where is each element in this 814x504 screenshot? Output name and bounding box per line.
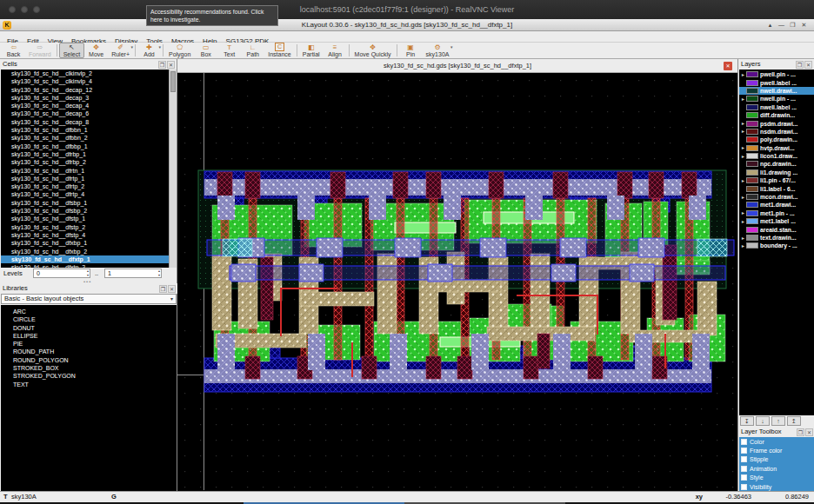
layer-row[interactable]: ▸nsdm.drawi... (739, 128, 814, 136)
layout-shape-mar[interactable] (362, 356, 377, 379)
layout-shape-rline[interactable] (597, 295, 598, 335)
expand-arrow-icon[interactable]: ▸ (740, 145, 746, 150)
toolbar-button-polygon[interactable]: ⬠Polygon (165, 43, 194, 58)
cells-close-icon[interactable]: ✕ (167, 61, 175, 69)
toolbox-float-icon[interactable]: ❐ (797, 428, 804, 436)
toolbar-button-box[interactable]: ▭Box (194, 43, 217, 58)
layout-shape-mar[interactable] (553, 172, 568, 198)
layout-shape-wpad[interactable] (638, 238, 664, 257)
checkbox[interactable] (741, 456, 747, 462)
dropdown-arrow-icon[interactable]: ▾ (450, 44, 453, 50)
layout-shape-mar[interactable] (617, 172, 632, 198)
layout-shape-mar[interactable] (588, 356, 603, 379)
dropdown-arrow-icon[interactable]: ▾ (130, 44, 133, 50)
layout-shape-mar[interactable] (457, 356, 472, 379)
layer-row[interactable]: ▸licon1.draw... (739, 152, 814, 160)
layout-shape-mar[interactable] (245, 356, 260, 379)
layer-row[interactable]: nwell.drawi... (739, 87, 814, 95)
cell-item[interactable]: sky130_fd_sc_hd__dfrbp_2 (1, 158, 169, 166)
layer-row[interactable]: ▸pwell.pin - ... (739, 70, 814, 78)
layout-shape-mar[interactable] (682, 172, 697, 198)
layout-shape-wpad[interactable] (231, 264, 256, 282)
toolbar-button-instance[interactable]: CInstance (264, 43, 294, 58)
cell-item[interactable]: sky130_fd_sc_hd__decap_12 (1, 86, 169, 94)
layer-swatch[interactable] (746, 129, 758, 135)
cell-item[interactable]: sky130_fd_sc_hd__dfbbn_1 (1, 126, 169, 134)
library-item[interactable]: PIE (1, 340, 177, 348)
restore-icon[interactable]: ❐ (787, 19, 798, 31)
levels-to-spinbox[interactable]: 1 ▴▾ (104, 269, 162, 278)
cell-item[interactable]: sky130_fd_sc_hd__dfrtp_1 (1, 175, 169, 182)
layout-shape-mar[interactable] (393, 172, 408, 198)
layer-swatch[interactable] (746, 227, 758, 233)
layer-row[interactable]: nwell.label ... (739, 103, 814, 111)
library-item[interactable]: TEXT (1, 381, 177, 388)
expand-arrow-icon[interactable]: ▸ (740, 219, 746, 224)
ascend-first-icon[interactable]: ↥ (787, 416, 801, 426)
layer-swatch[interactable] (746, 169, 758, 176)
layout-shape-wpad[interactable] (560, 238, 586, 257)
layer-row[interactable]: diff.drawin... (739, 111, 814, 119)
layout-shape-lav[interactable] (553, 334, 570, 370)
layer-swatch[interactable] (746, 153, 758, 159)
toolbar-button-ruler-[interactable]: ✐Ruler+▾ (108, 43, 133, 58)
cell-item[interactable]: sky130_fd_sc_hd__dfrtn_1 (1, 167, 169, 175)
checkbox[interactable] (741, 439, 747, 445)
toolbox-row-style[interactable]: Style (739, 474, 814, 482)
layout-shape-lav[interactable] (297, 196, 315, 220)
expand-arrow-icon[interactable]: ▸ (740, 72, 746, 77)
toolbar-button-partial[interactable]: ◧Partial (299, 43, 324, 58)
layer-swatch[interactable] (746, 161, 758, 167)
layer-row[interactable]: ▸psdm.drawi... (739, 119, 814, 127)
layout-shape-lav[interactable] (369, 196, 386, 220)
layer-swatch[interactable] (746, 210, 758, 216)
layout-shape-lav[interactable] (217, 334, 235, 370)
layout-shape-lav[interactable] (308, 334, 325, 370)
libraries-combobox[interactable]: Basic - Basic layout objects ▾ (1, 294, 177, 304)
layout-shape-lav[interactable] (525, 196, 543, 220)
layer-row[interactable]: npc.drawin... (739, 160, 814, 168)
layer-row[interactable]: areaid.stan... (739, 225, 814, 233)
layer-row[interactable]: ▸nwell.pin - ... (739, 95, 814, 103)
toolbar-button-path[interactable]: ∟Path (241, 43, 264, 58)
cell-item[interactable]: sky130_fd_sc_hd__decap_3 (1, 94, 169, 102)
close-icon[interactable]: ✕ (798, 19, 810, 31)
layers-float-icon[interactable]: ❐ (796, 61, 804, 69)
layout-shape-cyan[interactable] (697, 239, 727, 256)
layer-swatch[interactable] (746, 218, 758, 224)
tab-close-icon[interactable]: ✕ (724, 62, 732, 70)
window-minimize-dot[interactable] (21, 6, 28, 13)
layer-swatch[interactable] (746, 186, 758, 192)
libraries-close-icon[interactable]: ✕ (168, 285, 176, 293)
layer-row[interactable]: ▸li1.pin - 67/... (739, 176, 814, 184)
expand-arrow-icon[interactable]: ▸ (740, 121, 746, 126)
toolbar-button-select[interactable]: ↖Select (59, 43, 84, 58)
window-close-dot[interactable] (9, 6, 16, 13)
cell-item[interactable]: sky130_fd_sc_hd__decap_6 (1, 109, 169, 117)
layer-swatch[interactable] (746, 202, 758, 208)
descend-last-icon[interactable]: ↧ (740, 416, 754, 426)
layout-tab-title[interactable]: sky130_fd_sc_hd.gds [sky130_fd_sc_hd__df… (384, 62, 531, 70)
layer-swatch[interactable] (746, 242, 758, 249)
layer-swatch[interactable] (746, 235, 758, 241)
layout-shape-mar[interactable] (330, 172, 345, 198)
menu-arrow-icon[interactable]: ▴ (764, 19, 776, 31)
layer-row[interactable]: met1.drawi... (739, 201, 814, 209)
layout-shape-wpad[interactable] (428, 264, 452, 282)
layer-row[interactable]: ▸met1.pin - ... (739, 209, 814, 217)
layout-shape-lav[interactable] (692, 334, 710, 370)
layout-shape-li1[interactable] (697, 282, 717, 335)
dropdown-arrow-icon[interactable]: ▾ (158, 44, 161, 50)
cell-item[interactable]: sky130_fd_sc_hd__dfbbn_2 (1, 134, 169, 142)
checkbox[interactable] (741, 484, 747, 490)
library-item[interactable]: DONUT (1, 324, 177, 332)
toolbar-button-sky130a[interactable]: ⚙sky130A▾ (423, 43, 453, 58)
layout-shape-mar[interactable] (245, 172, 260, 198)
layer-row[interactable]: poly.drawin... (739, 136, 814, 143)
libraries-float-icon[interactable]: ❐ (159, 285, 167, 293)
layout-shape-mar[interactable] (489, 172, 504, 198)
checkbox[interactable] (741, 448, 747, 454)
cell-item[interactable]: sky130_fd_sc_hd__dfrtp_4 (1, 190, 169, 198)
minimize-icon[interactable]: — (776, 19, 787, 31)
layer-swatch[interactable] (746, 112, 758, 118)
